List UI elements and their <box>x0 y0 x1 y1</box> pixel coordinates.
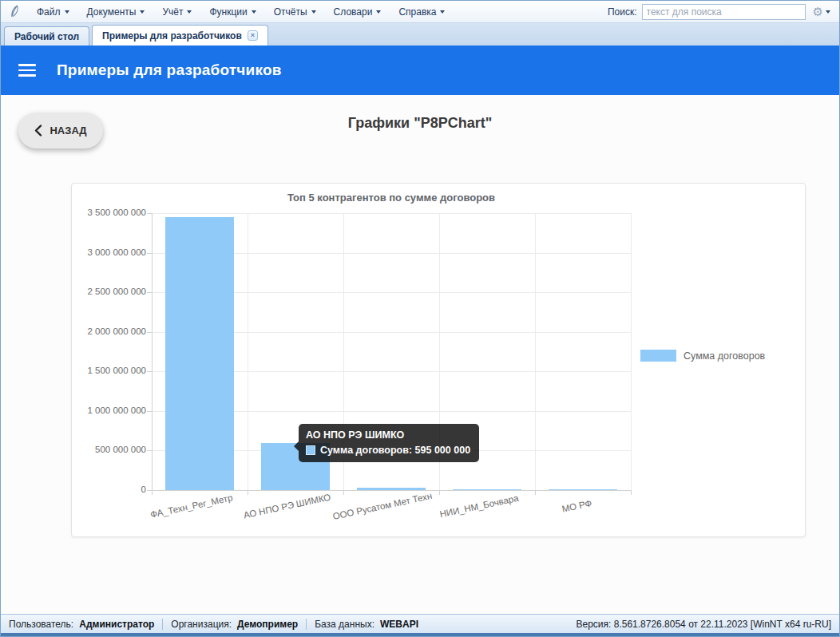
status-db-value: WEBAPI <box>380 619 418 630</box>
status-org: Организация: Демопример <box>163 619 306 630</box>
y-axis-tick-label: 1 000 000 000 <box>72 406 146 415</box>
page-title: Графики "P8PChart" <box>1 115 839 132</box>
y-axis-tick-label: 2 500 000 000 <box>72 287 146 296</box>
chart-card: Топ 5 контрагентов по сумме договоров Су… <box>71 183 806 537</box>
search-input[interactable] <box>642 4 806 20</box>
menu-item-2[interactable]: Учёт <box>155 4 199 20</box>
x-tickmark <box>152 490 153 495</box>
chart-tooltip: АО НПО РЭ ШИМКО Сумма договоров: 595 000… <box>299 424 479 462</box>
chevron-down-icon <box>187 10 192 14</box>
status-version: Версия: 8.561.8726.8054 от 22.11.2023 [W… <box>576 619 831 630</box>
tooltip-value: 595 000 000 <box>415 445 471 456</box>
app-header-title: Примеры для разработчиков <box>57 61 282 79</box>
legend-swatch-icon <box>640 350 676 362</box>
menu-item-3[interactable]: Функции <box>202 4 263 20</box>
y-axis-tick-label: 0 <box>72 485 146 494</box>
x-axis-tick-label: МО РФ <box>561 498 593 514</box>
search-box: Поиск: ⚙ <box>608 4 833 20</box>
x-axis-tick-label: АО НПО РЭ ШИМКО <box>243 493 331 520</box>
grid-hline <box>152 490 631 491</box>
menu-item-4[interactable]: Отчёты <box>267 4 323 20</box>
menu-item-6[interactable]: Справка <box>391 4 452 20</box>
y-axis-tick-label: 2 000 000 000 <box>72 326 146 336</box>
grid-hline <box>152 213 631 214</box>
x-tickmark <box>343 490 344 495</box>
grid-vline <box>631 213 632 490</box>
tab-1[interactable]: Примеры для разработчиков× <box>92 25 268 46</box>
status-org-value: Демопример <box>237 619 298 630</box>
status-user-value: Администратор <box>79 619 154 630</box>
chevron-down-icon <box>376 10 381 14</box>
x-axis-tick-label: НИИ_НМ_Бочвара <box>439 493 520 520</box>
tab-strip: Рабочий столПримеры для разработчиков× <box>1 23 839 46</box>
app-logo-icon <box>7 5 22 18</box>
menu-bar: ФайлДокументыУчётФункцииОтчётыСловариСпр… <box>1 1 839 23</box>
tooltip-label: Сумма договоров: <box>320 445 412 456</box>
status-bar: Пользователь: Администратор Организация:… <box>1 614 839 633</box>
window-bottom-border <box>1 633 839 636</box>
tab-close-icon[interactable]: × <box>248 30 258 41</box>
menu-item-5[interactable]: Словари <box>327 4 389 20</box>
menu-item-1[interactable]: Документы <box>80 4 153 20</box>
hamburger-menu-icon[interactable] <box>18 64 36 77</box>
bar-2[interactable] <box>357 488 426 490</box>
x-tickmark <box>631 490 632 495</box>
status-org-label: Организация: <box>171 619 232 630</box>
chevron-down-icon <box>311 10 316 14</box>
grid-vline <box>152 213 153 490</box>
chart-legend[interactable]: Сумма договоров <box>640 350 765 362</box>
x-axis-tick-label: ООО Русатом Мет Техн <box>332 491 433 521</box>
main-content: НАЗАД Графики "P8PChart" Топ 5 контраген… <box>1 95 839 614</box>
y-axis-tick-label: 500 000 000 <box>72 445 146 454</box>
gear-icon: ⚙ <box>813 6 823 18</box>
bar-4[interactable] <box>549 489 617 490</box>
tooltip-body: Сумма договоров: 595 000 000 <box>306 445 470 456</box>
chevron-down-icon <box>826 10 830 14</box>
bar-0[interactable] <box>165 217 234 490</box>
x-tickmark <box>535 490 536 495</box>
x-axis-tick-label: ФА_Техн_Рег_Метр <box>149 493 233 520</box>
app-header: Примеры для разработчиков <box>1 46 839 95</box>
tooltip-title: АО НПО РЭ ШИМКО <box>306 429 470 441</box>
x-tickmark <box>248 490 248 495</box>
grid-vline <box>248 213 248 490</box>
status-db-label: База данных: <box>315 619 374 630</box>
chevron-down-icon <box>440 10 445 14</box>
search-label: Поиск: <box>608 6 637 18</box>
grid-vline <box>535 213 536 490</box>
chevron-down-icon <box>252 10 256 14</box>
y-axis-tick-label: 3 000 000 000 <box>72 247 146 257</box>
chevron-down-icon <box>140 10 145 14</box>
tab-0[interactable]: Рабочий стол <box>4 26 89 46</box>
chevron-down-icon <box>65 10 69 14</box>
status-user: Пользователь: Администратор <box>9 619 162 630</box>
bar-3[interactable] <box>453 489 521 490</box>
tooltip-series-swatch-icon <box>306 445 315 455</box>
app-window: ФайлДокументыУчётФункцииОтчётыСловариСпр… <box>0 0 840 637</box>
y-axis-tick-label: 3 500 000 000 <box>72 208 146 217</box>
y-axis-tick-label: 1 500 000 000 <box>72 366 146 375</box>
status-user-label: Пользователь: <box>9 619 73 630</box>
search-settings-button[interactable]: ⚙ <box>810 5 833 18</box>
status-db: База данных: WEBAPI <box>307 619 426 630</box>
x-tickmark <box>439 490 440 495</box>
legend-label: Сумма договоров <box>683 350 765 362</box>
chart-title: Топ 5 контрагентов по сумме договоров <box>152 192 631 204</box>
menu-bar-items: ФайлДокументыУчётФункцииОтчётыСловариСпр… <box>30 4 452 20</box>
menu-item-0[interactable]: Файл <box>30 4 77 20</box>
